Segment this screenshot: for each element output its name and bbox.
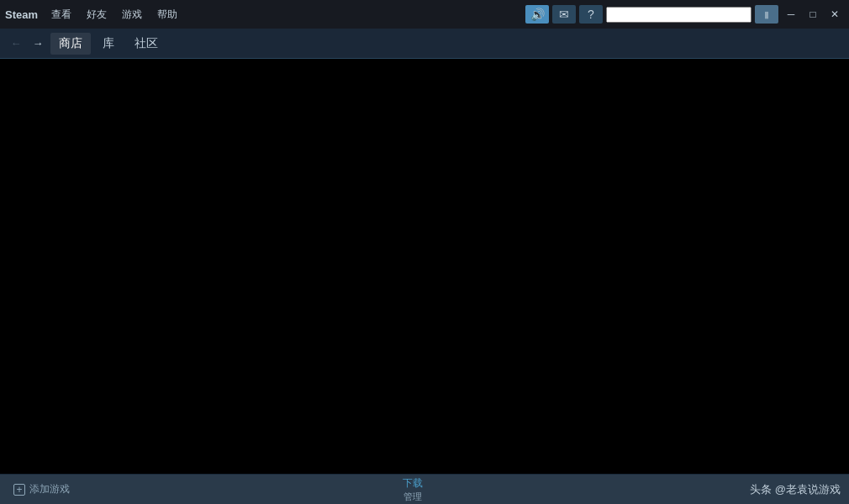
- download-link[interactable]: 下载: [403, 476, 423, 491]
- tab-library[interactable]: 库: [94, 33, 123, 55]
- close-icon: ✕: [831, 8, 839, 20]
- menu-friends[interactable]: 好友: [80, 4, 113, 25]
- add-game-label: 添加游戏: [29, 482, 70, 496]
- add-game-button[interactable]: + 添加游戏: [8, 480, 75, 499]
- tab-community[interactable]: 社区: [126, 33, 166, 55]
- status-bar: + 添加游戏 下载 管理 头条 @老袁说游戏: [0, 474, 849, 504]
- tab-store-label: 商店: [59, 36, 82, 50]
- back-button[interactable]: ←: [7, 34, 25, 53]
- tab-community-label: 社区: [134, 36, 158, 50]
- plus-icon: +: [13, 484, 25, 496]
- minimize-icon: ─: [788, 8, 795, 20]
- speaker-button[interactable]: 🔊: [525, 5, 549, 24]
- menu-help[interactable]: 帮助: [150, 4, 184, 25]
- download-area: 下载 管理: [75, 476, 750, 503]
- help-icon: ?: [588, 8, 594, 21]
- watermark: 头条 @老袁说游戏: [750, 482, 841, 497]
- menu-bar: 查看 好友 游戏 帮助: [45, 4, 525, 25]
- forward-icon: →: [33, 37, 44, 50]
- maximize-icon: □: [809, 8, 815, 20]
- avatar-button[interactable]: ▮: [755, 5, 778, 24]
- avatar-icon: ▮: [764, 9, 769, 20]
- back-icon: ←: [11, 37, 22, 50]
- tab-library-label: 库: [103, 36, 114, 50]
- nav-url: [173, 36, 192, 51]
- close-button[interactable]: ✕: [825, 5, 844, 24]
- minimize-button[interactable]: ─: [782, 5, 800, 24]
- mail-icon: ✉: [559, 8, 569, 21]
- title-bar: Steam 查看 好友 游戏 帮助 🔊 ✉ ? ▮ ─ □ ✕: [0, 0, 849, 29]
- title-bar-right: 🔊 ✉ ? ▮ ─ □ ✕: [525, 5, 844, 24]
- nav-bar: ← → 商店 库 社区: [0, 29, 849, 59]
- steam-title: Steam: [5, 8, 38, 21]
- speaker-icon: 🔊: [530, 8, 545, 21]
- forward-button[interactable]: →: [29, 34, 47, 53]
- mail-button[interactable]: ✉: [552, 5, 576, 24]
- menu-view[interactable]: 查看: [45, 4, 78, 25]
- maximize-button[interactable]: □: [804, 5, 822, 24]
- help-button[interactable]: ?: [579, 5, 603, 24]
- menu-games[interactable]: 游戏: [115, 4, 149, 25]
- tab-store[interactable]: 商店: [50, 33, 91, 55]
- search-input[interactable]: [606, 7, 751, 23]
- manage-link[interactable]: 管理: [403, 491, 422, 503]
- main-content: [0, 59, 849, 474]
- steam-logo-area: Steam: [5, 8, 45, 21]
